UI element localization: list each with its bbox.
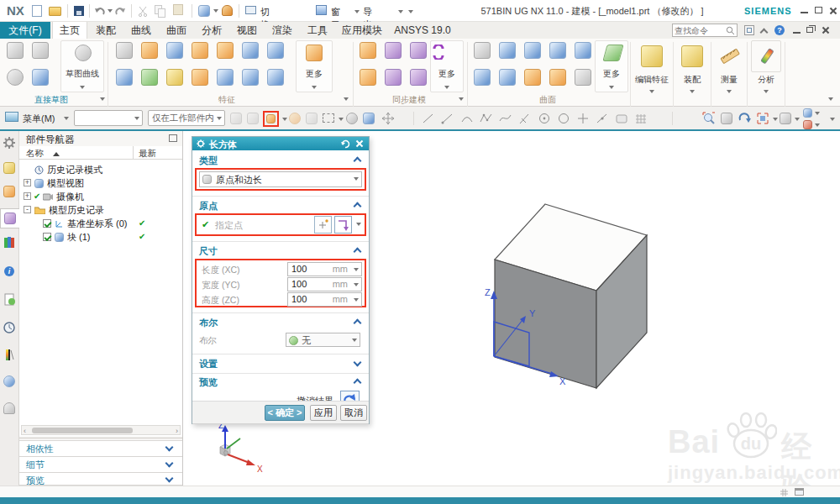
effects-caret[interactable] <box>815 123 820 127</box>
redo-icon[interactable] <box>114 5 126 17</box>
render-style-caret[interactable] <box>795 118 800 121</box>
grid-toggle-icon[interactable] <box>780 488 789 497</box>
feature-more-button[interactable]: 更多 <box>296 40 333 92</box>
rotate-reference-icon[interactable] <box>289 113 301 124</box>
feature-group-caret[interactable] <box>344 97 349 101</box>
panel-splitter[interactable] <box>19 437 182 439</box>
type-dropdown[interactable]: 原点和边长 <box>199 171 362 187</box>
panel-pin-icon[interactable] <box>169 134 177 142</box>
open-file-icon[interactable] <box>49 7 61 16</box>
history-clock-icon[interactable] <box>3 321 17 335</box>
apply-button[interactable]: 应用 <box>310 405 337 421</box>
through-curve-mesh-icon[interactable] <box>549 42 566 59</box>
shaded-selection-icon[interactable] <box>346 113 358 124</box>
finish-sketch-icon[interactable] <box>32 69 49 86</box>
n-sided-surface-icon[interactable] <box>575 42 591 59</box>
color-palette-icon[interactable] <box>3 348 17 362</box>
surface-more-button[interactable]: 更多 <box>595 40 628 92</box>
move-object-icon[interactable] <box>381 112 395 125</box>
undo-icon[interactable] <box>94 5 106 17</box>
dialog-close-icon[interactable] <box>355 139 363 147</box>
cut-icon[interactable] <box>137 5 149 17</box>
snap-center-icon[interactable] <box>538 112 551 125</box>
ruled-icon[interactable] <box>474 69 491 86</box>
effects-icon[interactable] <box>803 120 812 129</box>
varied-sweep-icon[interactable] <box>549 69 566 86</box>
resize-blend-icon[interactable] <box>410 69 427 86</box>
assembly-navigator-icon[interactable] <box>3 161 17 176</box>
snap-circle-icon[interactable] <box>557 112 570 125</box>
tab-tools[interactable]: 工具 <box>301 22 334 39</box>
column-status[interactable]: 最新 <box>139 148 156 160</box>
display-part-caret[interactable] <box>213 9 218 13</box>
revolve-icon[interactable] <box>166 42 183 59</box>
minimize-ribbon-icon[interactable] <box>760 29 769 37</box>
paste-icon[interactable] <box>173 4 183 15</box>
tab-curve[interactable]: 曲线 <box>124 22 158 39</box>
resource-gear-icon[interactable] <box>3 136 17 150</box>
pull-face-icon[interactable] <box>385 42 402 59</box>
mirror-feature-icon[interactable] <box>192 69 208 86</box>
filter-caret[interactable] <box>282 118 287 121</box>
hole-icon[interactable] <box>192 42 208 59</box>
snap-line-icon[interactable] <box>422 112 435 125</box>
tab-home[interactable]: 主页 <box>52 22 87 39</box>
point-options-caret[interactable] <box>356 223 361 226</box>
fit-view-icon[interactable] <box>756 112 769 125</box>
tab-render[interactable]: 渲染 <box>265 22 299 39</box>
boolean-dropdown[interactable]: 无 <box>286 333 360 347</box>
snap-point-on-curve-icon[interactable] <box>596 112 609 125</box>
rotate-view-icon[interactable] <box>738 112 751 125</box>
origin-section-header[interactable]: 原点 <box>192 200 369 213</box>
column-name[interactable]: 名称 <box>26 148 44 160</box>
general-object-filter-icon[interactable] <box>230 113 242 124</box>
direct-sketch-group-caret[interactable] <box>100 97 105 101</box>
dialog-reset-icon[interactable] <box>340 139 350 149</box>
delete-face-icon[interactable] <box>385 69 402 86</box>
sort-ascending-icon[interactable] <box>53 152 60 156</box>
analysis-button[interactable]: 分析 <box>748 40 784 92</box>
menu-button[interactable]: 菜单(M) <box>3 109 71 127</box>
tree-item-model-history[interactable]: - 模型历史记录 <box>19 203 183 217</box>
draft-icon[interactable] <box>217 69 234 86</box>
tab-view[interactable]: 视图 <box>230 22 264 39</box>
snap-spline-icon[interactable] <box>499 112 512 125</box>
snap-grid-icon[interactable] <box>634 112 648 125</box>
selection-scope-filter[interactable]: 仅在工作部件内 <box>148 110 225 126</box>
part-navigator-icon[interactable] <box>0 208 19 228</box>
length-input[interactable]: 100 mm <box>287 262 362 276</box>
section-preview[interactable]: 预览 <box>19 472 182 486</box>
marquee-select-icon[interactable] <box>323 113 334 123</box>
offset-region-icon[interactable] <box>410 42 427 59</box>
emboss-icon[interactable] <box>267 42 284 59</box>
point-constructor-button[interactable] <box>334 216 352 234</box>
move-face-icon[interactable] <box>360 42 376 59</box>
constraint-navigator-icon[interactable] <box>3 185 17 199</box>
expand-icon[interactable]: + <box>24 192 31 200</box>
display-part-cube-icon[interactable] <box>198 5 210 17</box>
extrude-icon[interactable] <box>141 42 158 59</box>
section-dependencies[interactable]: 相依性 <box>19 440 182 456</box>
zoom-window-icon[interactable] <box>702 112 716 125</box>
type-section-header[interactable]: 类型 <box>192 155 369 167</box>
through-curves-icon[interactable] <box>499 69 516 86</box>
snap-point-icon[interactable] <box>576 112 590 125</box>
tab-application[interactable]: 应用模块 <box>336 22 388 39</box>
close-button[interactable] <box>829 7 837 14</box>
process-studio-icon[interactable] <box>3 375 17 389</box>
marquee-caret[interactable] <box>339 118 344 121</box>
scroll-left-arrow[interactable]: ‹ <box>24 427 26 435</box>
window-restore-icon[interactable] <box>806 27 815 34</box>
snap-polyline-icon[interactable] <box>480 112 493 125</box>
touch-mode-icon[interactable] <box>222 5 233 16</box>
orient-view-caret[interactable] <box>815 112 820 115</box>
shell-icon[interactable] <box>242 69 259 86</box>
snap-arc-icon[interactable] <box>460 112 474 125</box>
tree-item-model-views[interactable]: + 模型视图 <box>19 176 183 190</box>
highlighted-filter-plus[interactable] <box>263 111 279 127</box>
orient-view-cube-icon[interactable] <box>803 108 812 118</box>
boolean-section-header[interactable]: 布尔 <box>192 317 369 329</box>
bounded-plane-icon[interactable] <box>524 42 541 59</box>
new-file-icon[interactable] <box>32 5 42 17</box>
window-minimize-icon[interactable] <box>793 27 801 34</box>
